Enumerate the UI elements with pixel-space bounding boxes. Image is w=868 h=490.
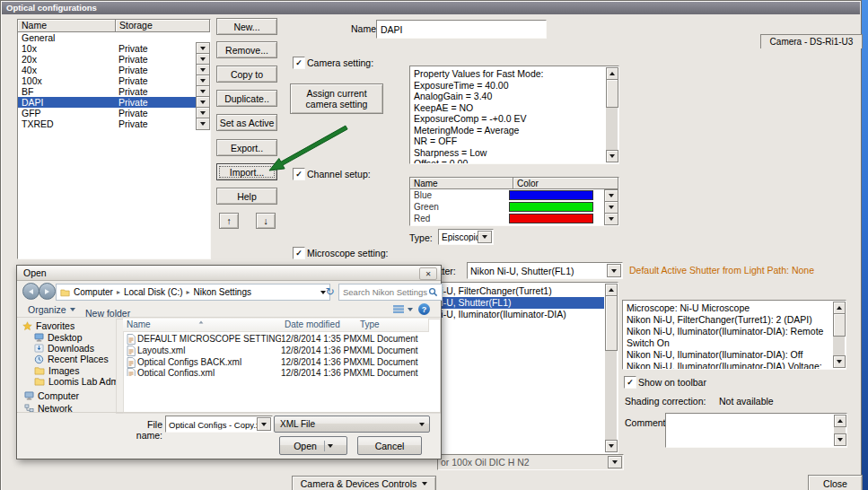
- channel-row-blue[interactable]: Blue: [410, 189, 618, 201]
- forward-button[interactable]: [39, 283, 56, 300]
- change-view-button[interactable]: [392, 304, 413, 314]
- sidebar-item-computer[interactable]: Computer: [24, 390, 79, 401]
- default-shutter-note: Default Active Shutter from Light Path: …: [629, 265, 814, 276]
- sidebar-item-loomis-lab-admin[interactable]: Loomis Lab Admin: [34, 376, 126, 387]
- help-button[interactable]: ?: [418, 303, 430, 315]
- breadcrumb-nikon-settings[interactable]: Nikon Settings: [194, 287, 251, 297]
- column-header-name[interactable]: Name: [18, 20, 116, 32]
- color-swatch-red[interactable]: [509, 214, 593, 223]
- objective-dropdown[interactable]: or 100x Oil DIC H N2: [437, 454, 624, 470]
- summary-scrollbar[interactable]: [833, 302, 845, 368]
- organize-button[interactable]: Organize: [28, 304, 75, 315]
- properties-scrollbar[interactable]: [606, 67, 618, 162]
- open-button[interactable]: Open: [279, 436, 347, 455]
- config-row-gfp[interactable]: GFP Private: [18, 108, 210, 118]
- scroll-up-button[interactable]: [605, 284, 618, 296]
- camera-setting-label: Camera setting:: [307, 57, 373, 68]
- scrollbar-thumb[interactable]: [605, 295, 618, 351]
- scroll-down-button[interactable]: [833, 355, 846, 368]
- open-dialog-titlebar[interactable]: Open: [17, 266, 441, 281]
- device-list-scrollbar[interactable]: [605, 284, 617, 452]
- move-up-button[interactable]: ↑: [219, 213, 239, 229]
- microscope-setting-checkbox[interactable]: ✓: [293, 247, 305, 259]
- scroll-up-button[interactable]: [834, 415, 846, 427]
- chevron-down-icon: [612, 460, 618, 464]
- chevron-down-button[interactable]: [607, 264, 621, 277]
- scroll-up-button[interactable]: [606, 67, 618, 80]
- file-row-layouts[interactable]: Layouts.xml 12/8/2014 1:36 PM XML Docume…: [124, 345, 438, 356]
- sidebar-item-images[interactable]: Images: [34, 365, 79, 376]
- column-header-date-modified[interactable]: Date modified: [281, 319, 361, 332]
- comment-scrollbar[interactable]: [834, 415, 846, 446]
- annotation-arrow-to-import: [260, 117, 359, 179]
- close-button[interactable]: Close: [808, 475, 863, 490]
- sidebar-item-downloads[interactable]: Downloads: [34, 343, 94, 354]
- address-bar[interactable]: Computer ▸ Local Disk (C:) ▸ Nikon Setti…: [56, 284, 330, 301]
- file-name-combobox[interactable]: Optical Configs - Copy.x: [165, 416, 273, 433]
- chevron-down-button[interactable]: [257, 417, 271, 431]
- window-titlebar[interactable]: Optical configurations: [2, 2, 860, 14]
- close-icon: ✕: [425, 270, 432, 278]
- chevron-down-button[interactable]: [478, 231, 492, 243]
- scroll-down-button[interactable]: [606, 150, 618, 162]
- cancel-button[interactable]: Cancel: [357, 436, 422, 455]
- remove-button[interactable]: Remove...: [216, 41, 277, 58]
- file-type-dropdown[interactable]: XML File: [274, 416, 430, 433]
- config-row-txred[interactable]: TXRED Private: [18, 118, 210, 129]
- sidebar-item-desktop[interactable]: Desktop: [34, 332, 83, 343]
- new-button[interactable]: New...: [216, 18, 277, 35]
- channel-row-red[interactable]: Red: [410, 213, 618, 224]
- color-swatch-green[interactable]: [509, 202, 593, 212]
- camera-tab[interactable]: Camera - DS-Ri1-U3: [760, 34, 863, 48]
- duplicate-button[interactable]: Duplicate..: [216, 90, 277, 107]
- scroll-down-button[interactable]: [605, 440, 618, 452]
- breadcrumb-computer[interactable]: Computer: [74, 287, 113, 297]
- back-button[interactable]: [22, 283, 39, 300]
- config-row-20x[interactable]: 20x Private: [18, 54, 210, 65]
- comment-box[interactable]: [665, 413, 847, 448]
- color-swatch-blue[interactable]: [509, 190, 593, 200]
- config-group-general[interactable]: General: [18, 32, 210, 43]
- scroll-down-button[interactable]: [834, 433, 846, 446]
- scrollbar-thumb[interactable]: [606, 79, 618, 108]
- file-row-optical-configs-back[interactable]: Optical Configs BACK.xml 12/8/2014 1:36 …: [124, 356, 438, 368]
- config-row-100x[interactable]: 100x Private: [18, 75, 210, 86]
- shutter-dropdown[interactable]: Nikon Ni-U, Shutter(FL1): [467, 262, 623, 279]
- type-dropdown[interactable]: Episcopic: [438, 229, 494, 245]
- name-input[interactable]: [376, 20, 547, 39]
- up-arrow-icon: [837, 419, 843, 423]
- config-row-10x[interactable]: 10x Private: [18, 43, 210, 54]
- refresh-button[interactable]: ↻: [323, 284, 337, 299]
- camera-devices-controls-button[interactable]: Camera & Devices Controls: [292, 476, 436, 490]
- assign-camera-setting-button[interactable]: Assign current camera setting: [290, 83, 383, 114]
- column-header-storage[interactable]: Storage: [116, 20, 210, 32]
- channel-row-green[interactable]: Green: [410, 201, 618, 213]
- scroll-up-button[interactable]: [833, 302, 846, 314]
- sidebar-item-recent-places[interactable]: Recent Places: [34, 354, 109, 364]
- chevron-down-button[interactable]: [608, 456, 622, 468]
- copy-to-button[interactable]: Copy to: [216, 66, 277, 83]
- scrollbar-thumb[interactable]: [833, 313, 846, 337]
- config-row-dapi-selected[interactable]: DAPI Private: [18, 97, 210, 108]
- file-row-default-microscope-settings[interactable]: DEFAULT MICROSCOPE SETTINGS.xml 12/8/201…: [124, 333, 438, 345]
- sidebar-item-favorites[interactable]: Favorites: [22, 320, 75, 331]
- color-dropdown[interactable]: [604, 201, 618, 214]
- column-header-name[interactable]: Name: [123, 319, 285, 332]
- chevron-down-icon: [261, 423, 267, 426]
- close-dialog-button[interactable]: ✕: [419, 267, 437, 280]
- help-button[interactable]: Help: [216, 188, 277, 205]
- camera-setting-checkbox[interactable]: ✓: [293, 57, 305, 69]
- breadcrumb-local-disk[interactable]: Local Disk (C:): [124, 287, 183, 297]
- column-header-type[interactable]: Type: [356, 319, 429, 332]
- file-row-optical-configs[interactable]: Optical Configs.xml 12/8/2014 1:36 PM XM…: [124, 368, 438, 376]
- config-row-bf[interactable]: BF Private: [18, 86, 210, 97]
- storage-dropdown[interactable]: [196, 118, 210, 130]
- show-on-toolbar-checkbox[interactable]: ✓: [624, 376, 636, 389]
- search-box[interactable]: Search Nikon Settings: [338, 284, 443, 301]
- color-dropdown[interactable]: [604, 213, 618, 225]
- folder-icon: [34, 366, 45, 375]
- column-header-channel-color: Color: [513, 178, 618, 189]
- color-dropdown[interactable]: [604, 189, 618, 202]
- move-down-button[interactable]: ↓: [256, 213, 276, 229]
- config-row-40x[interactable]: 40x Private: [18, 65, 210, 75]
